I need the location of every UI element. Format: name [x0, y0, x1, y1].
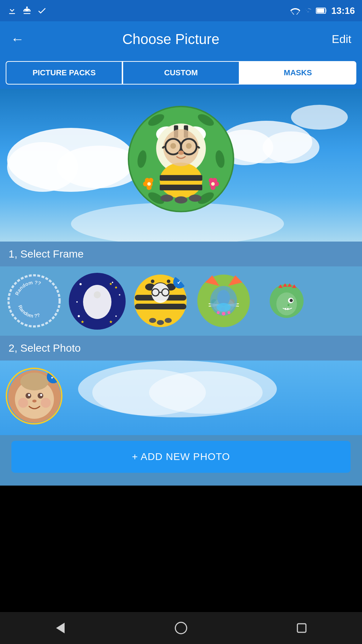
space-frame-svg: ★ ★ — [70, 274, 125, 329]
signal-icon — [304, 7, 312, 15]
svg-point-78 — [165, 318, 172, 323]
frame-item-bee[interactable]: ✓ — [132, 273, 189, 330]
svg-point-38 — [189, 195, 202, 202]
svg-point-102 — [276, 292, 297, 315]
frame-item-dinosaur[interactable] — [258, 273, 315, 330]
recents-square-icon — [295, 621, 309, 635]
svg-point-37 — [175, 196, 187, 204]
page-title: Choose Picture — [10, 31, 332, 47]
bee-frame-check: ✓ — [174, 275, 187, 288]
svg-point-23 — [147, 182, 151, 186]
bottom-nav — [0, 612, 362, 644]
svg-point-21 — [143, 182, 148, 186]
svg-point-122 — [175, 622, 187, 634]
check-icon — [37, 6, 47, 16]
svg-rect-66 — [135, 304, 186, 309]
svg-point-116 — [28, 394, 30, 396]
tab-bar: PICTURE PACKS CUSTOM MASKS — [0, 57, 362, 89]
svg-point-96 — [227, 311, 230, 314]
nav-home-button[interactable] — [170, 617, 192, 639]
svg-point-93 — [216, 303, 231, 312]
svg-marker-121 — [56, 623, 65, 633]
photo-item-baby[interactable]: ✓ — [6, 368, 62, 424]
battery-icon — [316, 7, 328, 15]
svg-point-20 — [148, 178, 153, 183]
svg-point-117 — [40, 394, 42, 396]
svg-point-36 — [160, 195, 173, 202]
preview-area — [0, 89, 362, 242]
svg-point-61 — [94, 291, 101, 298]
download-icon — [7, 6, 17, 16]
svg-point-57 — [115, 315, 117, 317]
nav-recents-button[interactable] — [291, 617, 312, 639]
nav-back-button[interactable] — [50, 617, 71, 639]
home-circle-icon — [174, 621, 188, 635]
svg-point-46 — [186, 143, 192, 149]
svg-point-28 — [210, 185, 215, 190]
svg-point-22 — [147, 185, 152, 190]
svg-point-105 — [287, 304, 289, 306]
baby-photo-svg — [7, 369, 62, 424]
svg-point-94 — [217, 311, 220, 314]
svg-text:★: ★ — [109, 319, 113, 324]
edit-button[interactable]: Edit — [332, 33, 351, 46]
dino-frame-svg — [269, 274, 305, 329]
svg-point-27 — [214, 182, 219, 186]
svg-point-60 — [83, 285, 111, 319]
bee-preview-svg — [128, 106, 234, 212]
svg-point-118 — [32, 400, 37, 402]
random-frame-svg: Random ?? Random ?? — [7, 274, 62, 329]
svg-rect-35 — [160, 185, 202, 190]
bee-frame-svg — [133, 274, 188, 329]
svg-point-120 — [41, 398, 51, 408]
status-bar: 13:16 — [0, 0, 362, 21]
svg-point-95 — [222, 312, 225, 315]
time-display: 13:16 — [331, 5, 355, 16]
back-triangle-icon — [53, 621, 67, 635]
svg-point-8 — [291, 105, 348, 130]
frame-item-cat[interactable] — [195, 273, 252, 330]
frame-selector: Random ?? Random ?? ★ ★ — [0, 266, 362, 336]
svg-point-53 — [112, 282, 113, 283]
status-bar-right: 13:16 — [290, 5, 355, 16]
svg-point-72 — [152, 283, 169, 303]
svg-text:★: ★ — [81, 319, 84, 324]
svg-point-7 — [263, 131, 319, 163]
svg-point-70 — [151, 280, 154, 283]
tab-custom[interactable]: CUSTOM — [122, 61, 239, 85]
svg-point-55 — [76, 301, 78, 303]
photo-check: ✓ — [47, 370, 60, 383]
cat-frame-svg — [196, 274, 251, 329]
svg-point-71 — [167, 280, 170, 283]
status-bar-left — [7, 6, 47, 16]
svg-point-45 — [170, 143, 176, 149]
svg-point-119 — [18, 398, 28, 408]
svg-rect-34 — [160, 175, 202, 181]
frame-item-random[interactable]: Random ?? Random ?? — [6, 273, 62, 330]
tab-masks[interactable]: MASKS — [240, 61, 356, 85]
svg-point-54 — [119, 294, 120, 296]
robot-icon — [22, 6, 32, 16]
svg-point-29 — [211, 182, 215, 186]
svg-point-52 — [79, 283, 82, 285]
add-photo-button[interactable]: + ADD NEW PHOTO — [11, 441, 351, 473]
wifi-icon — [290, 7, 300, 15]
header: ← Choose Picture Edit — [0, 21, 362, 57]
svg-point-113 — [20, 373, 49, 390]
photo-section: ✓ — [0, 361, 362, 435]
select-frame-label: 1, Select Frame — [0, 242, 362, 266]
svg-point-104 — [290, 299, 293, 302]
tab-picture-packs[interactable]: PICTURE PACKS — [6, 61, 122, 85]
svg-point-56 — [78, 315, 80, 317]
svg-rect-1 — [317, 9, 324, 12]
photo-row: ✓ — [0, 361, 362, 432]
svg-point-76 — [149, 318, 156, 323]
svg-point-47 — [178, 151, 184, 155]
svg-rect-123 — [297, 624, 306, 632]
select-photo-label: 2, Select Photo — [0, 336, 362, 361]
svg-point-77 — [157, 320, 164, 325]
add-photo-container: + ADD NEW PHOTO — [0, 435, 362, 486]
frame-item-space[interactable]: ★ ★ — [69, 273, 126, 330]
preview-avatar — [128, 106, 234, 214]
